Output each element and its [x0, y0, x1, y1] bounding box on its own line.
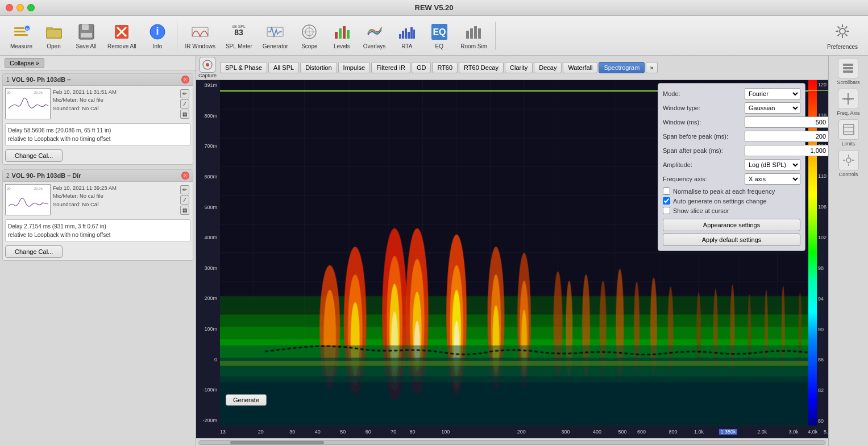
tab-gd[interactable]: GD — [412, 62, 431, 73]
toolbar-overlays[interactable]: Overlays — [359, 19, 390, 52]
collapse-button[interactable]: Collapse » — [5, 58, 44, 68]
svg-rect-2 — [14, 34, 28, 36]
tab-distortion[interactable]: Distortion — [300, 62, 337, 73]
meas-icon-copy-2[interactable]: ▤ — [180, 206, 189, 215]
toolbar-save-all[interactable]: Save All — [70, 19, 102, 52]
limits-control[interactable]: Limits — [838, 119, 859, 147]
freq-axis-label: Freq. Axis — [837, 110, 859, 116]
svg-line-48 — [838, 34, 840, 36]
measurement-header-2: 2 VOL 90- Ph 103dB – Dir × — [3, 170, 193, 182]
generate-button[interactable]: Generate — [226, 394, 267, 406]
measurement-close-1[interactable]: × — [181, 76, 189, 84]
appearance-settings-btn[interactable]: Appearance settings — [663, 219, 800, 231]
tab-impulse[interactable]: Impulse — [338, 62, 371, 73]
change-cal-btn-2[interactable]: Change Cal... — [5, 245, 63, 258]
tab-waterfall[interactable]: Waterfall — [563, 62, 597, 73]
cs-label-120: 120 — [818, 82, 827, 87]
toolbar-preferences[interactable]: Preferences — [823, 19, 862, 52]
measurement-icons-1: ✏ ∕ ▤ — [179, 88, 190, 120]
h-scrollbar-thumb[interactable] — [230, 441, 324, 444]
tab-more[interactable]: » — [646, 62, 657, 73]
svg-point-56 — [206, 63, 209, 66]
toolbar-scope[interactable]: Scope — [294, 19, 325, 52]
y-label-300m: 300m — [196, 265, 219, 271]
mode-select[interactable]: Fourier — [745, 88, 800, 99]
controls-control[interactable]: Controls — [838, 150, 859, 177]
x-label-20: 20 — [258, 429, 264, 435]
x-label-70: 70 — [391, 429, 396, 435]
freq-axis-select[interactable]: X axis — [745, 173, 800, 185]
toolbar-measure[interactable]: M Measure — [6, 19, 37, 52]
tab-rt60-decay[interactable]: RT60 Decay — [459, 62, 504, 73]
toolbar-remove-all[interactable]: Remove All — [103, 19, 141, 52]
minimize-button[interactable] — [16, 4, 24, 11]
chart-wrapper: 891m 800m 700m 600m 500m 400m 300m 200m … — [196, 80, 828, 446]
svg-rect-32 — [410, 27, 413, 39]
apply-default-settings-btn[interactable]: Apply default settings — [663, 234, 800, 246]
tab-rt60[interactable]: RT60 — [432, 62, 458, 73]
y-label-600m: 600m — [196, 174, 219, 180]
controls-label: Controls — [839, 172, 858, 177]
close-button[interactable] — [6, 4, 13, 11]
svg-rect-36 — [466, 31, 469, 39]
toolbar-generator[interactable]: Generator — [258, 19, 293, 52]
chart-main[interactable]: Generate Mode: Fourier Window type: — [220, 80, 828, 426]
meas-icon-edit-1[interactable]: ✏ — [180, 89, 189, 98]
meas-icon-edit-2[interactable]: ✏ — [180, 185, 189, 194]
span-after-input[interactable] — [745, 145, 828, 156]
settings-freq-axis-row: Frequency axis: X axis — [663, 173, 800, 185]
svg-line-47 — [845, 27, 848, 29]
auto-generate-checkbox[interactable] — [663, 197, 670, 205]
meas-icon-pen-2[interactable]: ∕ — [180, 195, 189, 205]
rta-icon — [397, 22, 417, 42]
tab-clarity[interactable]: Clarity — [505, 62, 533, 73]
freq-axis-control[interactable]: Freq. Axis — [837, 89, 859, 116]
tab-spectrogram[interactable]: Spectrogram — [599, 62, 645, 73]
toolbar-info[interactable]: i Info — [142, 19, 173, 52]
overlays-label: Overlays — [363, 43, 385, 49]
svg-rect-29 — [402, 31, 404, 39]
measurement-datetime-2: Feb 10, 2021 11:39:23 AM — [53, 184, 177, 192]
settings-window-ms-row: Window (ms): ▲ ▼ — [663, 116, 800, 128]
amplitude-select[interactable]: Log (dB SPL) — [745, 159, 800, 170]
tab-filtered-ir[interactable]: Filtered IR — [371, 62, 410, 73]
measurement-info-2: Feb 10, 2021 11:39:23 AM Mic/Meter: No c… — [53, 184, 177, 216]
collapse-icon: » — [36, 60, 39, 66]
window-ms-input[interactable] — [745, 116, 828, 128]
measure-label: Measure — [10, 43, 32, 49]
window-type-select[interactable]: Gaussian — [745, 102, 800, 114]
tab-all-spl[interactable]: All SPL — [268, 62, 299, 73]
main-layout: Collapse » 1 VOL 90- Ph 103dB – × 20 20.… — [0, 56, 868, 446]
toolbar-eq[interactable]: EQ EQ — [423, 19, 455, 52]
h-scrollbar[interactable] — [196, 438, 828, 446]
show-slice-checkbox[interactable] — [663, 207, 670, 214]
maximize-button[interactable] — [27, 4, 35, 11]
cs-label-106: 106 — [818, 204, 827, 210]
measurement-close-2[interactable]: × — [181, 172, 189, 180]
normalise-checkbox[interactable] — [663, 187, 670, 195]
capture-button[interactable]: Capture — [198, 57, 217, 78]
open-icon — [44, 22, 64, 42]
measurement-info-1: Feb 10, 2021 11:31:51 AM Mic/Meter: No c… — [53, 88, 177, 120]
toolbar-levels[interactable]: Levels — [326, 19, 358, 52]
delay-info-2: Delay 2.7154 ms (931 mm, 3 ft 0.67 in) r… — [5, 219, 190, 242]
x-label-80: 80 — [410, 429, 416, 435]
toolbar-ir-windows[interactable]: IR Windows — [181, 19, 220, 52]
toolbar-room-sim[interactable]: Room Sim — [456, 19, 492, 52]
toolbar-open[interactable]: Open — [38, 19, 69, 52]
h-scrollbar-track[interactable] — [198, 440, 826, 445]
change-cal-btn-1[interactable]: Change Cal... — [5, 149, 63, 162]
levels-label: Levels — [334, 43, 350, 49]
x-label-1k: 1.0k — [694, 429, 704, 435]
measurement-datetime-1: Feb 10, 2021 11:31:51 AM — [53, 88, 177, 96]
tab-decay[interactable]: Decay — [534, 62, 562, 73]
meas-icon-copy-1[interactable]: ▤ — [180, 110, 189, 119]
measurement-index-1: 1 — [6, 77, 10, 83]
tab-spl-phase[interactable]: SPL & Phase — [220, 62, 267, 73]
span-before-input[interactable] — [745, 131, 828, 142]
svg-text:83: 83 — [235, 28, 244, 37]
meas-icon-pen-1[interactable]: ∕ — [180, 99, 189, 109]
toolbar-rta[interactable]: RTA — [391, 19, 422, 52]
toolbar-spl-meter[interactable]: dB SPL 83 SPL Meter — [221, 19, 257, 52]
scrollbars-control[interactable]: Scrollbars — [837, 58, 859, 85]
